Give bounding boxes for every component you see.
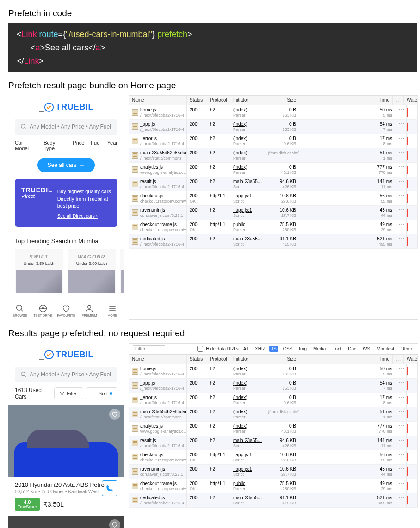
row-menu[interactable]: ⋯ — [398, 465, 405, 473]
row-menu[interactable]: ⋯ — [398, 206, 405, 214]
initiator-link[interactable]: (index) — [233, 409, 262, 414]
col-protocol-header[interactable]: Protocol — [207, 96, 230, 105]
col-waterfall-header[interactable]: Wate — [404, 355, 418, 364]
row-menu[interactable]: ⋯ — [398, 163, 405, 171]
network-row[interactable]: _error.js/_next/0fecbba2-1716-4…200h2(in… — [129, 393, 418, 407]
row-menu[interactable]: ⋯ — [398, 235, 405, 242]
col-size-header[interactable]: Size — [265, 355, 299, 364]
col-status-header[interactable]: Status — [187, 355, 207, 364]
initiator-link[interactable]: main-23a55… — [233, 179, 262, 184]
row-menu[interactable]: ⋯ — [398, 106, 405, 113]
network-row[interactable]: analytics.jswww.google-analytics.c…200h2… — [129, 163, 418, 177]
car-listing-card[interactable] — [8, 516, 124, 528]
col-initiator-header[interactable]: Initiator — [230, 355, 265, 364]
favourite-toggle[interactable] — [109, 409, 120, 420]
row-menu[interactable]: ⋯ — [398, 365, 405, 372]
col-waterfall-header[interactable]: Wate — [404, 96, 418, 105]
initiator-link[interactable]: _app.js:1 — [233, 452, 262, 457]
initiator-link[interactable]: _app.js:1 — [233, 208, 262, 213]
direct-promo-card[interactable]: TRUEBIL ✓irect Buy highest quality cars … — [15, 179, 117, 226]
hide-data-urls-checkbox[interactable] — [197, 346, 203, 352]
row-menu[interactable]: ⋯ — [398, 221, 405, 228]
row-menu[interactable]: ⋯ — [398, 451, 405, 458]
col-name-header[interactable]: Name — [129, 96, 187, 105]
favourite-toggle[interactable] — [109, 519, 120, 528]
initiator-link[interactable]: _app.js:1 — [233, 193, 262, 198]
row-menu[interactable]: ⋯ — [398, 422, 405, 430]
filter-button[interactable]: Filter — [54, 387, 83, 399]
filter-xhr[interactable]: XHR — [253, 346, 266, 352]
sort-button[interactable]: Sort — [86, 387, 117, 399]
filter-input[interactable] — [133, 345, 165, 352]
network-row[interactable]: dedicated.js/_next/0fecbba2-1716-4…200h2… — [129, 234, 418, 249]
row-menu[interactable]: ⋯ — [398, 192, 405, 199]
network-row[interactable]: _app.js/_next/0fecbba2-1716-4…200h2(inde… — [129, 120, 418, 134]
row-menu[interactable]: ⋯ — [398, 379, 405, 387]
network-row[interactable]: result.js/_next/0fecbba2-1716-4…200h2mai… — [129, 436, 418, 450]
network-row[interactable]: checkout.jscheckout.razorpay.com/v1200OK… — [129, 450, 418, 465]
filter-media[interactable]: Media — [311, 346, 327, 352]
row-menu[interactable]: ⋯ — [398, 149, 405, 156]
search-input[interactable]: Any Model • Any Price • Any Fuel — [15, 119, 117, 135]
initiator-link[interactable]: main-23a55… — [233, 236, 262, 241]
initiator-link[interactable]: _app.js:1 — [233, 467, 262, 472]
car-listing-card[interactable]: 2010 Hyundai i20 Asta ABS Petrol 50,512 … — [8, 405, 124, 516]
tab-premium[interactable]: PREMIUM — [78, 300, 101, 320]
trending-card[interactable]: WAGONR Under 3.00 Lakh — [68, 249, 116, 293]
network-row[interactable]: analytics.jswww.google-analytics.c…200h2… — [129, 422, 418, 436]
filter-manifest[interactable]: Manifest — [375, 346, 396, 352]
initiator-link[interactable]: public — [233, 481, 262, 486]
col-time-header[interactable]: Time — [299, 96, 393, 105]
subnav-item[interactable]: Car Model — [15, 140, 37, 151]
row-menu[interactable]: ⋯ — [398, 178, 405, 185]
initiator-link[interactable]: (index) — [233, 395, 262, 400]
col-size-header[interactable]: Size — [265, 96, 299, 105]
tab-testdrive[interactable]: TEST DRIVE — [31, 300, 55, 320]
row-menu[interactable]: ⋯ — [398, 135, 405, 142]
trending-row[interactable]: SWIFT Under 3.50 Lakh WAGONR Under 3.00 … — [8, 247, 124, 295]
initiator-link[interactable]: (index) — [233, 381, 262, 386]
network-row[interactable]: raven.min.jscdn.ravenjs.com/3.22.1200h2_… — [129, 206, 418, 220]
network-row[interactable]: main-23a55d62e85daea…/_next/static/commo… — [129, 407, 418, 422]
search-input[interactable]: Any Model • Any Price • Any Fuel — [15, 367, 117, 382]
col-dots[interactable]: … — [393, 96, 404, 105]
network-row[interactable]: home.js/_next/0fecbba2-1716-4…200h2(inde… — [129, 105, 418, 120]
row-menu[interactable]: ⋯ — [398, 408, 405, 415]
initiator-link[interactable]: (index) — [233, 150, 262, 155]
subnav-item[interactable]: Fuel — [91, 140, 100, 151]
filter-doc[interactable]: Doc — [346, 346, 358, 352]
network-row[interactable]: _error.js/_next/0fecbba2-1716-4…200h2(in… — [129, 134, 418, 148]
filter-ws[interactable]: WS — [361, 346, 372, 352]
call-button[interactable] — [102, 480, 117, 496]
network-row[interactable]: checkout-frame.jscheckout.razorpay.com/v… — [129, 220, 418, 234]
network-row[interactable]: result.js/_next/0fecbba2-1716-4…200h2mai… — [129, 177, 418, 191]
subnav-item[interactable]: Body Type — [43, 140, 66, 151]
initiator-link[interactable]: (index) — [233, 424, 262, 429]
filter-js[interactable]: JS — [269, 346, 278, 352]
tab-browse[interactable]: BROWSE — [8, 300, 31, 320]
row-menu[interactable]: ⋯ — [398, 436, 405, 444]
col-protocol-header[interactable]: Protocol — [207, 355, 230, 364]
filter-css[interactable]: CSS — [281, 346, 295, 352]
row-menu[interactable]: ⋯ — [398, 479, 405, 487]
row-menu[interactable]: ⋯ — [398, 120, 405, 128]
row-menu[interactable]: ⋯ — [398, 393, 405, 401]
initiator-link[interactable]: (index) — [233, 122, 262, 127]
initiator-link[interactable]: (index) — [233, 165, 262, 170]
subnav-item[interactable]: Year — [107, 140, 117, 151]
filter-img[interactable]: Img — [297, 346, 309, 352]
col-time-header[interactable]: Time — [299, 355, 393, 364]
network-row[interactable]: checkout-frame.jscheckout.razorpay.com/v… — [129, 479, 418, 493]
tab-favourite[interactable]: FAVOURITE — [55, 300, 78, 320]
row-menu[interactable]: ⋯ — [398, 494, 405, 501]
network-row[interactable]: raven.min.jscdn.ravenjs.com/3.22.1200h2_… — [129, 465, 418, 479]
network-row[interactable]: home.js/_next/0fecbba2-1716-4…200h2(inde… — [129, 364, 418, 379]
initiator-link[interactable]: public — [233, 222, 262, 227]
col-status-header[interactable]: Status — [187, 96, 207, 105]
col-name-header[interactable]: Name — [129, 355, 187, 364]
direct-cta-link[interactable]: See all Direct cars › — [57, 214, 98, 219]
initiator-link[interactable]: (index) — [233, 366, 262, 371]
col-dots[interactable]: … — [393, 355, 404, 364]
tab-more[interactable]: MORE — [101, 300, 124, 320]
subnav-item[interactable]: Price — [73, 140, 84, 151]
